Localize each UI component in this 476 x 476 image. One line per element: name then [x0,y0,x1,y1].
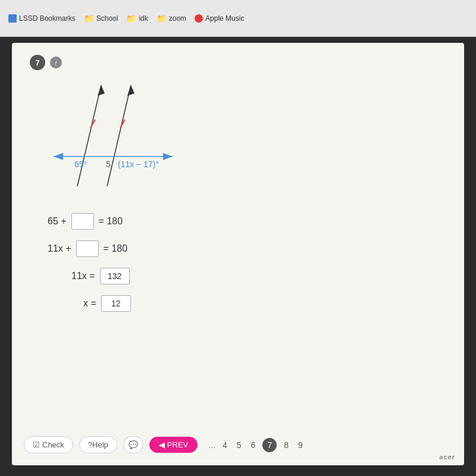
help-button[interactable]: ?Help [79,436,117,453]
svg-line-0 [77,85,101,186]
svg-text:(11x − 17)°: (11x − 17)° [118,159,159,169]
apple-music-icon [195,14,203,23]
acer-logo: acer [439,453,455,461]
bookmark-label-idk: idk [139,14,148,23]
equation-line-2: 11x + = 180 [48,240,446,257]
eq3-left: 11x = [71,271,95,281]
folder-icon-zoom: 📁 [156,14,167,23]
eq2-box[interactable] [76,240,99,257]
bookmark-label-school: School [96,14,118,23]
equation-line-3: 11x = 132 [71,268,446,284]
svg-line-3 [107,85,131,186]
page-9[interactable]: 9 [296,439,305,451]
page-6[interactable]: 6 [249,439,258,451]
check-icon: ☑ [33,440,40,449]
bookmark-apple-music[interactable]: Apple Music [192,13,246,24]
eq1-box[interactable] [71,213,94,230]
bookmark-idk[interactable]: 📁 idk [124,12,150,24]
eq2-left: 11x + [48,243,71,254]
eq4-left: x = [83,298,96,309]
diagram-svg: 65° 5 (11x − 17)° [42,79,196,198]
svg-text:65°: 65° [74,159,87,169]
main-content: 7 i 65° [12,43,464,465]
eq4-box[interactable]: 12 [101,295,131,312]
bookmark-school[interactable]: 📁 School [82,12,121,24]
browser-toolbar: LSSD Bookmarks 📁 School 📁 idk 📁 zoom App… [0,0,476,37]
eq1-right: = 180 [99,216,123,227]
page-dots: ... [208,440,215,450]
bookmark-label-apple-music: Apple Music [205,14,244,23]
check-button[interactable]: ☑ Check [24,436,73,453]
bottom-toolbar: ☑ Check ?Help 💬 ◀ PREV ... 4 5 6 7 8 9 [24,436,452,453]
bookmark-icon-lssd [8,14,17,23]
equation-line-4: x = 12 [83,295,446,312]
page-4[interactable]: 4 [220,439,230,451]
page-5[interactable]: 5 [234,439,244,451]
prev-chevron-icon: ◀ [159,440,165,449]
question-info-badge: i [50,57,62,68]
prev-button[interactable]: ◀ PREV [149,437,198,453]
page-8[interactable]: 8 [281,439,291,451]
folder-icon-idk: 📁 [126,14,136,23]
bookmark-label-lssd: LSSD Bookmarks [19,14,76,23]
eq3-box[interactable]: 132 [100,268,130,284]
eq1-left: 65 + [48,216,67,227]
chat-icon: 💬 [129,440,138,449]
bookmark-lssd[interactable]: LSSD Bookmarks [6,13,78,24]
svg-text:5: 5 [106,159,111,169]
eq2-right: = 180 [104,243,127,254]
svg-marker-8 [163,153,173,160]
svg-marker-4 [127,85,134,96]
svg-marker-7 [54,153,63,160]
geometry-diagram: 65° 5 (11x − 17)° [42,79,196,198]
page-7-active[interactable]: 7 [262,438,277,452]
chat-button[interactable]: 💬 [123,436,143,453]
question-number-badge: 7 [30,55,45,70]
page-navigation: ... 4 5 6 7 8 9 [208,438,305,452]
bookmark-zoom[interactable]: 📁 zoom [154,12,189,24]
svg-marker-1 [98,85,105,96]
question-header: 7 i [30,55,446,70]
equation-line-1: 65 + = 180 [48,213,446,230]
folder-icon-school: 📁 [84,14,94,23]
bookmark-label-zoom: zoom [169,14,186,23]
math-work-area: 65 + = 180 11x + = 180 11x = 132 x = 12 [48,213,446,312]
